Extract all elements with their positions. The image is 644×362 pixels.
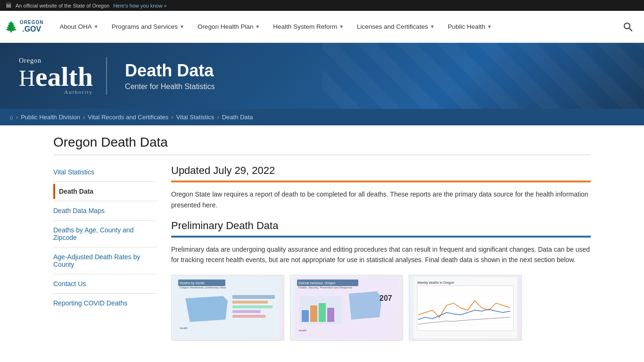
svg-text:Health: Health bbox=[180, 327, 188, 329]
svg-rect-10 bbox=[232, 310, 261, 313]
svg-rect-18 bbox=[302, 310, 309, 322]
main-layout: Vital Statistics Death Data Death Data M… bbox=[53, 165, 591, 341]
prelim-heading: Preliminary Death Data bbox=[171, 220, 591, 232]
breadcrumb-public-health-division[interactable]: Public Health Division bbox=[21, 114, 80, 121]
thumbnail-3[interactable]: Weekly deaths in Oregon bbox=[409, 275, 522, 341]
breadcrumb-death-data: Death Data bbox=[222, 114, 253, 121]
svg-rect-8 bbox=[232, 301, 268, 304]
thumbnails-row: Deaths by month Oregon Healthstats, prel… bbox=[171, 275, 591, 341]
main-nav: 🌲 OREGON .GOV About OHA ▼ Programs and S… bbox=[0, 11, 644, 43]
hero-banner: Oregon Health Authority Death Data Cente… bbox=[0, 43, 644, 109]
svg-text:Weekly deaths in Oregon: Weekly deaths in Oregon bbox=[417, 281, 454, 285]
chevron-down-icon: ▼ bbox=[180, 24, 184, 29]
hero-subtitle: Center for Health Statistics bbox=[125, 82, 215, 91]
thumbnail-3-svg: Weekly deaths in Oregon bbox=[413, 277, 517, 338]
home-icon: ⌂ bbox=[9, 114, 13, 121]
svg-text:Suicide behavior, Oregon: Suicide behavior, Oregon bbox=[298, 281, 336, 285]
svg-text:Health, Security, Prevention a: Health, Security, Prevention and Respons… bbox=[298, 286, 353, 289]
chevron-down-icon: ▼ bbox=[94, 24, 99, 29]
svg-rect-9 bbox=[232, 305, 272, 308]
svg-rect-11 bbox=[232, 315, 265, 318]
chevron-down-icon: ▼ bbox=[430, 24, 435, 29]
svg-point-0 bbox=[624, 23, 630, 29]
sidebar-item-contact-us[interactable]: Contact Us bbox=[53, 276, 157, 291]
content-wrapper: Oregon Death Data Vital Statistics Death… bbox=[39, 125, 605, 350]
svg-marker-6 bbox=[185, 296, 228, 322]
sidebar-divider-2 bbox=[53, 201, 157, 201]
breadcrumb: ⌂ › Public Health Division › Vital Recor… bbox=[0, 109, 644, 125]
chevron-down-icon: ▼ bbox=[339, 24, 344, 29]
svg-marker-22 bbox=[349, 291, 382, 320]
flag-icon: 🏛 bbox=[6, 2, 12, 9]
hero-title: Death Data bbox=[125, 61, 215, 81]
thumbnail-2[interactable]: Suicide behavior, Oregon Health, Securit… bbox=[290, 275, 403, 341]
updated-heading: Updated July 29, 2022 bbox=[171, 165, 591, 177]
page-title: Oregon Death Data bbox=[53, 135, 591, 155]
hero-logo-block: Oregon Health Authority bbox=[19, 57, 107, 95]
logo-oregon: OREGON bbox=[20, 20, 43, 25]
sidebar-item-death-data-maps[interactable]: Death Data Maps bbox=[53, 203, 157, 218]
search-button[interactable] bbox=[617, 11, 639, 42]
search-icon bbox=[623, 22, 633, 32]
top-bar: 🏛 An official website of the State of Or… bbox=[0, 0, 644, 11]
svg-rect-19 bbox=[310, 305, 317, 322]
thumbnail-3-preview: Weekly deaths in Oregon bbox=[409, 275, 521, 340]
sidebar-item-age-adjusted-rates[interactable]: Age-Adjusted Death Rates by County bbox=[53, 249, 157, 272]
svg-text:Oregon Healthstats, preliminar: Oregon Healthstats, preliminary data bbox=[180, 286, 226, 289]
official-text: An official website of the State of Oreg… bbox=[16, 3, 109, 8]
prelim-text: Preliminary data are undergoing quality … bbox=[171, 244, 591, 265]
sidebar-item-vital-statistics[interactable]: Vital Statistics bbox=[53, 165, 157, 180]
svg-rect-7 bbox=[232, 295, 275, 299]
hero-text-block: Death Data Center for Health Statistics bbox=[125, 61, 215, 91]
thumbnail-2-preview: Suicide behavior, Oregon Health, Securit… bbox=[290, 275, 403, 340]
sidebar-divider-1 bbox=[53, 181, 157, 182]
svg-line-1 bbox=[629, 28, 632, 31]
svg-rect-20 bbox=[319, 303, 326, 322]
thumbnail-1[interactable]: Deaths by month Oregon Healthstats, prel… bbox=[171, 275, 284, 341]
nav-licenses-certs[interactable]: Licenses and Certificates ▼ bbox=[350, 11, 441, 42]
breadcrumb-sep-3: › bbox=[171, 114, 173, 121]
breadcrumb-vital-statistics[interactable]: Vital Statistics bbox=[176, 114, 215, 121]
breadcrumb-sep-4: › bbox=[217, 114, 219, 121]
breadcrumb-sep-2: › bbox=[83, 114, 85, 121]
logo-gov: .GOV bbox=[22, 25, 41, 33]
home-link[interactable]: ⌂ bbox=[9, 114, 13, 121]
chevron-down-icon: ▼ bbox=[487, 24, 492, 29]
sidebar-item-death-data[interactable]: Death Data bbox=[53, 184, 157, 199]
blue-divider bbox=[171, 236, 591, 238]
thumbnail-1-preview: Deaths by month Oregon Healthstats, prel… bbox=[172, 275, 284, 340]
sidebar-item-reporting-covid[interactable]: Reporting COVID Deaths bbox=[53, 296, 157, 311]
chevron-down-icon: ▼ bbox=[255, 24, 260, 29]
logo-area[interactable]: 🌲 OREGON .GOV bbox=[5, 11, 48, 42]
hero-logo-health: Health bbox=[19, 65, 93, 89]
svg-rect-21 bbox=[327, 308, 334, 322]
thumbnail-2-svg: Suicide behavior, Oregon Health, Securit… bbox=[295, 277, 398, 338]
svg-text:207: 207 bbox=[380, 294, 392, 302]
how-you-know-link[interactable]: Here's how you know » bbox=[113, 3, 166, 8]
orange-divider bbox=[171, 181, 591, 182]
updated-text: Oregon State law requires a report of de… bbox=[171, 189, 591, 210]
nav-public-health[interactable]: Public Health ▼ bbox=[441, 11, 498, 42]
main-content: Updated July 29, 2022 Oregon State law r… bbox=[171, 165, 591, 341]
nav-programs-services[interactable]: Programs and Services ▼ bbox=[105, 11, 191, 42]
logo-text: OREGON .GOV bbox=[20, 20, 43, 33]
thumbnail-1-svg: Deaths by month Oregon Healthstats, prel… bbox=[176, 277, 280, 338]
sidebar-item-deaths-age-county[interactable]: Deaths by Age, County and Zipcode bbox=[53, 222, 157, 245]
sidebar-divider-3 bbox=[53, 220, 157, 221]
breadcrumb-vital-records[interactable]: Vital Records and Certificates bbox=[88, 114, 168, 121]
svg-rect-27 bbox=[417, 286, 513, 330]
nav-health-system-reform[interactable]: Health System Reform ▼ bbox=[266, 11, 350, 42]
svg-text:Deaths by month: Deaths by month bbox=[180, 281, 205, 285]
nav-oregon-health-plan[interactable]: Oregon Health Plan ▼ bbox=[191, 11, 266, 42]
breadcrumb-sep-1: › bbox=[16, 114, 18, 121]
sidebar: Vital Statistics Death Data Death Data M… bbox=[53, 165, 157, 341]
nav-about-oha[interactable]: About OHA ▼ bbox=[53, 11, 105, 42]
nav-items: About OHA ▼ Programs and Services ▼ Oreg… bbox=[53, 11, 617, 42]
sidebar-divider-6 bbox=[53, 293, 157, 294]
sidebar-divider-4 bbox=[53, 247, 157, 247]
tree-icon: 🌲 bbox=[5, 21, 17, 33]
sidebar-divider-5 bbox=[53, 274, 157, 274]
svg-text:Health: Health bbox=[298, 329, 306, 332]
